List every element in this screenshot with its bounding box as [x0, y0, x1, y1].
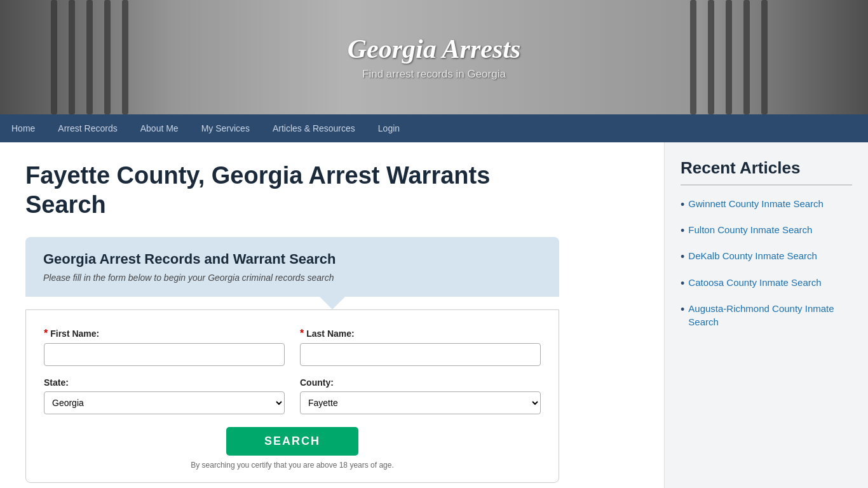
- first-name-input[interactable]: [44, 343, 285, 366]
- article-link-1[interactable]: Gwinnett County Inmate Search: [688, 197, 824, 210]
- recent-articles-list: • Gwinnett County Inmate Search • Fulton…: [681, 197, 852, 329]
- site-title: Georgia Arrests: [348, 34, 521, 64]
- bullet-icon: •: [681, 249, 684, 265]
- main-content: Fayette County, Georgia Arrest Warrants …: [0, 142, 665, 488]
- list-item: • DeKalb County Inmate Search: [681, 249, 852, 265]
- first-name-label: * First Name:: [44, 328, 285, 339]
- sidebar-title: Recent Articles: [681, 158, 852, 186]
- article-link-2[interactable]: Fulton County Inmate Search: [688, 223, 812, 236]
- bullet-icon: •: [681, 197, 684, 213]
- county-select[interactable]: Fayette: [300, 391, 541, 414]
- county-group: County: Fayette: [300, 377, 541, 414]
- site-subtitle: Find arrest records in Georgia: [348, 68, 521, 81]
- hero-header: Georgia Arrests Find arrest records in G…: [0, 0, 868, 114]
- article-link-3[interactable]: DeKalb County Inmate Search: [688, 249, 817, 262]
- search-button[interactable]: SEARCH: [226, 427, 358, 456]
- sidebar: Recent Articles • Gwinnett County Inmate…: [665, 142, 868, 488]
- state-select[interactable]: Georgia: [44, 391, 285, 414]
- state-group: State: Georgia: [44, 377, 285, 414]
- nav-arrest-records[interactable]: Arrest Records: [46, 114, 128, 142]
- first-name-group: * First Name:: [44, 328, 285, 366]
- article-link-4[interactable]: Catoosa County Inmate Search: [688, 276, 821, 289]
- nav-about-me[interactable]: About Me: [129, 114, 190, 142]
- bars-right: [690, 0, 817, 114]
- bullet-icon: •: [681, 302, 684, 318]
- arrow-down: [320, 297, 345, 309]
- list-item: • Gwinnett County Inmate Search: [681, 197, 852, 213]
- nav-home[interactable]: Home: [0, 114, 46, 142]
- bars-left: [51, 0, 178, 114]
- search-box-title: Georgia Arrest Records and Warrant Searc…: [43, 251, 541, 268]
- search-info-box: Georgia Arrest Records and Warrant Searc…: [25, 237, 559, 297]
- last-name-input[interactable]: [300, 343, 541, 366]
- list-item: • Catoosa County Inmate Search: [681, 276, 852, 292]
- nav-my-services[interactable]: My Services: [190, 114, 261, 142]
- county-label: County:: [300, 377, 541, 388]
- list-item: • Fulton County Inmate Search: [681, 223, 852, 239]
- nav-articles[interactable]: Articles & Resources: [261, 114, 367, 142]
- state-label: State:: [44, 377, 285, 388]
- hero-content: Georgia Arrests Find arrest records in G…: [348, 34, 521, 81]
- name-row: * First Name: * Last Name:: [44, 328, 541, 366]
- list-item: • Augusta-Richmond County Inmate Search: [681, 302, 852, 329]
- location-row: State: Georgia County: Fayette: [44, 377, 541, 414]
- last-name-required: *: [300, 328, 304, 339]
- article-link-5[interactable]: Augusta-Richmond County Inmate Search: [688, 302, 852, 329]
- page-heading: Fayette County, Georgia Arrest Warrants …: [25, 161, 546, 219]
- first-name-required: *: [44, 328, 48, 339]
- form-disclaimer: By searching you certify that you are ab…: [44, 461, 541, 470]
- search-box-subtitle: Please fill in the form below to begin y…: [43, 273, 541, 283]
- last-name-label: * Last Name:: [300, 328, 541, 339]
- search-form: * First Name: * Last Name: State:: [25, 309, 559, 483]
- main-nav: Home Arrest Records About Me My Services…: [0, 114, 868, 142]
- page-wrapper: Fayette County, Georgia Arrest Warrants …: [0, 142, 868, 488]
- nav-login[interactable]: Login: [367, 114, 411, 142]
- bullet-icon: •: [681, 276, 684, 292]
- last-name-group: * Last Name:: [300, 328, 541, 366]
- bullet-icon: •: [681, 223, 684, 239]
